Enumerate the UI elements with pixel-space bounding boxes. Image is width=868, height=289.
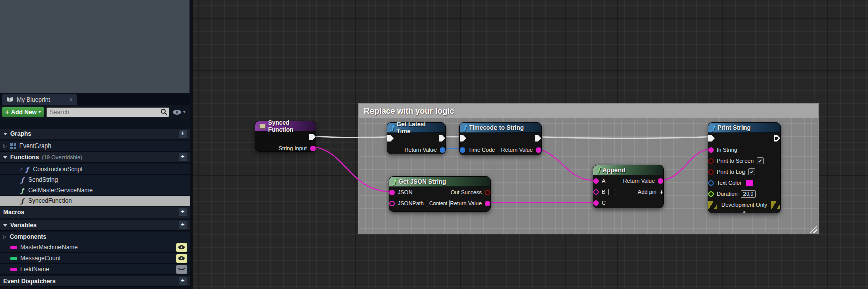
list-item-syncedfunction[interactable]: ƒ SyncedFunction (0, 196, 190, 206)
section-variables[interactable]: Variables + (0, 220, 190, 231)
book-icon (6, 97, 13, 102)
function-icon: ƒ (391, 124, 394, 131)
exec-out-pin[interactable] (774, 135, 780, 142)
section-event-dispatchers[interactable]: Event Dispatchers + (0, 276, 190, 287)
json-in-pin[interactable] (389, 190, 395, 195)
panel-toolbar: + Add New ▾ ▾ (0, 105, 190, 119)
add-variable-button[interactable]: + (179, 221, 187, 229)
exec-in-pin[interactable] (387, 135, 394, 142)
duration-value-field[interactable]: 20,0 (741, 190, 756, 198)
print-to-screen-checkbox[interactable]: ✔ (757, 157, 764, 164)
string-out-pin[interactable] (485, 201, 490, 206)
add-dispatcher-button[interactable]: + (179, 277, 187, 285)
function-icon: ƒ (19, 187, 25, 194)
timecode-out-pin[interactable] (440, 147, 445, 153)
node-header[interactable]: Synced Function (255, 121, 316, 131)
print-to-log-checkbox[interactable]: ✔ (748, 168, 755, 175)
function-icon: ƒ (393, 178, 396, 185)
node-append[interactable]: ƒ Append A Return Value B Add pin + (593, 165, 664, 208)
node-header[interactable]: ƒ Timecode to String (460, 123, 541, 133)
node-synced-function[interactable]: Synced Function String Input (255, 121, 316, 152)
node-header[interactable]: ƒ Append (593, 165, 663, 175)
overridable-count: (19 Overridable) (42, 154, 82, 160)
pin-label: Time Code (468, 147, 495, 153)
pin-label: Return Value (450, 200, 482, 206)
blueprint-editor: Replace with your logic Synced Function … (0, 0, 868, 289)
node-header[interactable]: ƒ Print String (708, 123, 780, 133)
chevron-down-icon: ▾ (39, 110, 41, 114)
visibility-eye-button[interactable] (176, 265, 187, 274)
jsonpath-in-pin[interactable] (389, 201, 395, 206)
node-header[interactable]: ƒ Get Latest Time (387, 123, 445, 133)
string-out-pin[interactable] (310, 146, 316, 151)
list-item-eventgraph[interactable]: ▷ EventGraph (0, 141, 190, 152)
close-icon[interactable]: × (69, 96, 73, 103)
function-icon: ƒ (19, 176, 25, 184)
list-item-mastermachinename[interactable]: MasterMachineName (0, 242, 190, 253)
node-title: Timecode to String (469, 124, 524, 131)
append-a-pin[interactable] (593, 178, 599, 184)
pin-label: Return Value (501, 147, 533, 153)
section-macros[interactable]: Macros + (0, 207, 190, 218)
list-item-sendstring[interactable]: ƒ SendString (0, 175, 190, 185)
pin-label: A (602, 178, 605, 184)
section-functions[interactable]: Functions (19 Overridable) + (0, 152, 190, 163)
pin-label: JSON (398, 189, 412, 195)
caret-right-icon[interactable]: ▷ (3, 143, 7, 149)
print-to-log-pin[interactable] (708, 169, 714, 175)
list-item-fieldname[interactable]: FieldName (0, 264, 190, 275)
duration-pin[interactable] (708, 191, 714, 197)
collapse-advanced-icon[interactable]: ▲ (708, 209, 780, 215)
add-graph-button[interactable]: + (179, 130, 187, 138)
node-get-latest-time[interactable]: ƒ Get Latest Time Return Value (387, 122, 446, 154)
print-to-screen-pin[interactable] (708, 158, 714, 164)
group-components[interactable]: ▷ Components (0, 232, 190, 242)
int-variable-icon (10, 257, 17, 260)
string-out-pin[interactable] (658, 178, 663, 184)
search-icon (160, 108, 168, 116)
search-input[interactable] (46, 107, 169, 117)
list-item-constructionscript[interactable]: ➚ ƒ ConstructionScript (0, 164, 190, 175)
pin-label: In String (717, 147, 737, 153)
pin-label: Return Value (623, 178, 655, 184)
timecode-in-pin[interactable] (460, 147, 465, 153)
view-options-button[interactable]: ▾ (172, 109, 185, 115)
in-string-pin[interactable] (708, 147, 714, 153)
exec-out-pin[interactable] (309, 134, 316, 140)
exec-out-pin[interactable] (535, 135, 541, 142)
node-get-json-string[interactable]: ƒ Get JSON String JSON Out Success JSONP… (389, 176, 491, 212)
node-header[interactable]: ƒ Get JSON String (389, 177, 490, 187)
tab-my-blueprint[interactable]: My Blueprint × (2, 94, 77, 105)
section-graphs[interactable]: Graphs + (0, 129, 190, 139)
jsonpath-value-field[interactable]: Content (427, 200, 450, 207)
string-out-pin[interactable] (536, 147, 541, 153)
append-c-pin[interactable] (593, 200, 599, 206)
exec-in-pin[interactable] (708, 135, 715, 142)
pin-label: C (602, 200, 606, 206)
node-timecode-to-string[interactable]: ƒ Timecode to String Time Code Return Va… (459, 122, 542, 155)
function-icon: ƒ (597, 167, 600, 173)
pin-label: Add pin (638, 189, 656, 195)
comment-title[interactable]: Replace with your logic (359, 104, 818, 118)
text-color-pin[interactable] (708, 180, 714, 186)
add-pin-icon[interactable]: + (659, 188, 663, 196)
bool-out-pin[interactable] (485, 190, 490, 195)
add-new-button[interactable]: + Add New ▾ (2, 107, 44, 117)
exec-out-pin[interactable] (439, 135, 445, 142)
add-function-button[interactable]: + (179, 153, 187, 161)
append-b-value-field[interactable] (608, 189, 615, 195)
resize-handle-icon[interactable] (810, 225, 817, 233)
exec-in-pin[interactable] (460, 135, 466, 142)
list-item-messagecount[interactable]: MessageCount (0, 253, 190, 264)
add-macro-button[interactable]: + (179, 208, 187, 216)
visibility-eye-button[interactable] (176, 254, 187, 263)
text-color-swatch[interactable] (745, 180, 754, 186)
visibility-eye-button[interactable] (176, 243, 187, 252)
eye-open-icon (178, 256, 185, 261)
caret-right-icon[interactable]: ▷ (3, 234, 7, 239)
function-icon: ƒ (464, 124, 467, 131)
append-b-pin[interactable] (593, 189, 599, 195)
list-item-getmasterservicename[interactable]: ƒ GetMasterServiceName (0, 185, 190, 196)
node-title: Append (603, 167, 626, 174)
node-print-string[interactable]: ƒ Print String In String Print to Screen… (708, 122, 781, 213)
